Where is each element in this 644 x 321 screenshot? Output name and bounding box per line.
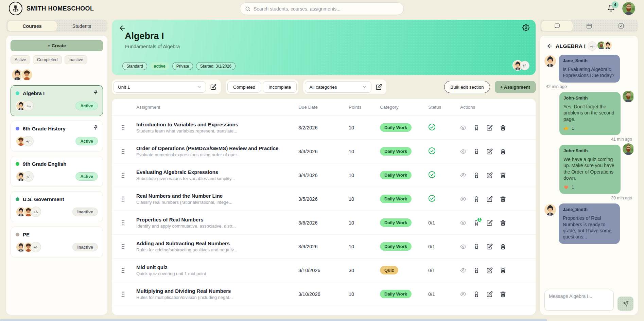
view-icon[interactable] xyxy=(460,125,466,131)
course-card-algebra-i[interactable]: Algebra I+/-Active xyxy=(11,85,103,116)
category-badge: Daily Work xyxy=(380,123,412,132)
drag-handle-icon[interactable] xyxy=(121,220,125,226)
tab-students[interactable]: Students xyxy=(57,21,106,31)
delete-icon[interactable] xyxy=(500,196,506,202)
add-remove-students-button[interactable]: +/- xyxy=(23,136,34,146)
global-search[interactable] xyxy=(240,2,404,15)
filter-chip-completed[interactable]: Completed xyxy=(33,55,62,64)
edit-icon[interactable] xyxy=(487,267,493,273)
grade-icon[interactable] xyxy=(473,172,480,178)
course-card-u-s-government[interactable]: U.S. Government+/-Inactive xyxy=(11,191,103,222)
edit-unit-button[interactable] xyxy=(208,81,219,93)
assignment-title[interactable]: Evaluating Algebraic Expressions xyxy=(136,169,298,175)
send-button[interactable] xyxy=(617,297,633,311)
add-remove-students-button[interactable]: +/- xyxy=(31,242,41,252)
assignment-title[interactable]: Real Numbers and the Number Line xyxy=(136,193,298,199)
message-reaction[interactable]: 1 xyxy=(563,125,616,131)
app-title: SMITH HOMESCHOOL xyxy=(27,5,94,12)
user-avatar[interactable] xyxy=(622,2,635,15)
edit-icon[interactable] xyxy=(487,244,493,250)
assignment-title[interactable]: Adding and Subtracting Real Numbers xyxy=(136,240,298,246)
assignment-title[interactable]: Mid unit quiz xyxy=(136,264,298,270)
pin-icon[interactable] xyxy=(93,125,99,130)
edit-icon[interactable] xyxy=(487,172,493,178)
horizontal-scrollbar[interactable] xyxy=(0,319,547,321)
tab-calendar[interactable] xyxy=(573,21,605,31)
delete-icon[interactable] xyxy=(500,220,506,226)
bulk-edit-button[interactable]: Bulk edit section xyxy=(444,81,490,93)
message-input[interactable] xyxy=(544,290,614,311)
category-select[interactable]: All categories xyxy=(305,81,371,93)
grade-icon[interactable] xyxy=(473,196,480,202)
course-color-dot xyxy=(16,197,19,201)
edit-icon[interactable] xyxy=(487,196,493,202)
message-bubble: Jane_SmithProperties of Real Numbers is … xyxy=(559,203,620,244)
unit-select[interactable]: Unit 1 xyxy=(114,81,206,93)
filter-chip-inactive[interactable]: Inactive xyxy=(65,55,87,64)
send-icon xyxy=(623,301,629,307)
assignment-title[interactable]: Introduction to Variables and Expression… xyxy=(136,122,298,127)
add-remove-members-button[interactable]: +/- xyxy=(520,61,529,70)
message-reaction[interactable]: 1 xyxy=(563,184,616,190)
grade-icon[interactable] xyxy=(473,125,480,131)
view-icon[interactable] xyxy=(460,196,466,202)
grade-icon[interactable] xyxy=(473,148,480,155)
create-button[interactable]: + Create xyxy=(11,40,103,51)
view-icon[interactable] xyxy=(460,267,466,273)
points: 10 xyxy=(349,220,380,226)
tab-courses[interactable]: Courses xyxy=(7,21,57,31)
course-card-6th-grade-history[interactable]: 6th Grade History+/-Active xyxy=(11,121,103,151)
delete-icon[interactable] xyxy=(500,291,506,297)
grade-icon[interactable] xyxy=(473,244,480,250)
view-icon[interactable] xyxy=(460,148,466,155)
drag-handle-icon[interactable] xyxy=(121,196,125,202)
delete-icon[interactable] xyxy=(500,148,506,155)
edit-icon[interactable] xyxy=(487,125,493,131)
add-remove-students-button[interactable]: +/- xyxy=(31,207,41,217)
assignment-title[interactable]: Order of Operations (PEMDAS/GEMS) Review… xyxy=(136,145,298,151)
notifications-button[interactable]: 4 xyxy=(607,4,615,13)
drag-handle-icon[interactable] xyxy=(121,172,125,178)
assignment-title[interactable]: Multiplying and Dividing Real Numbers xyxy=(136,288,298,294)
drag-handle-icon[interactable] xyxy=(121,244,125,250)
edit-icon[interactable] xyxy=(487,148,493,155)
tab-tasks[interactable] xyxy=(605,21,637,31)
view-icon[interactable] xyxy=(460,220,466,226)
add-remove-members-button[interactable]: +/- xyxy=(588,41,597,51)
edit-categories-button[interactable] xyxy=(373,81,385,93)
drag-handle-icon[interactable] xyxy=(121,267,125,273)
course-badges: StandardactivePrivateStarted: 3/1/2026 xyxy=(122,62,236,70)
back-icon[interactable] xyxy=(546,43,553,49)
delete-icon[interactable] xyxy=(500,267,506,273)
delete-icon[interactable] xyxy=(500,244,506,250)
assignment-description: Classify real numbers (rational/irration… xyxy=(136,200,298,205)
view-icon[interactable] xyxy=(460,291,466,297)
add-remove-students-button[interactable]: +/- xyxy=(23,101,34,111)
add-assignment-button[interactable]: + Assignment xyxy=(495,81,536,93)
view-icon[interactable] xyxy=(460,244,466,250)
drag-handle-icon[interactable] xyxy=(121,291,125,297)
delete-icon[interactable] xyxy=(500,172,506,178)
assignment-title[interactable]: Properties of Real Numbers xyxy=(136,217,298,222)
delete-icon[interactable] xyxy=(500,125,506,131)
course-card-9th-grade-english[interactable]: 9th Grade English+/-Active xyxy=(11,156,103,187)
drag-handle-icon[interactable] xyxy=(121,148,125,155)
add-remove-students-button[interactable]: +/- xyxy=(23,171,34,182)
grade-icon[interactable] xyxy=(473,291,480,297)
reaction-count: 1 xyxy=(572,184,574,190)
course-card-pe[interactable]: PE+/-Inactive xyxy=(11,227,103,257)
due-date: 3/6/2026 xyxy=(298,220,349,226)
gear-icon[interactable] xyxy=(522,24,529,31)
filter-chip-active[interactable]: Active xyxy=(11,55,30,64)
search-input[interactable] xyxy=(254,6,399,12)
pin-icon[interactable] xyxy=(93,89,99,95)
edit-icon[interactable] xyxy=(487,291,493,297)
view-icon[interactable] xyxy=(460,172,466,178)
drag-handle-icon[interactable] xyxy=(121,125,125,131)
grade-icon[interactable] xyxy=(473,267,480,273)
edit-icon[interactable] xyxy=(487,220,493,226)
tab-chat[interactable] xyxy=(541,21,573,31)
grade-icon[interactable]: 1 xyxy=(473,220,480,226)
filter-incomplete-button[interactable]: Incomplete xyxy=(263,81,297,93)
filter-completed-button[interactable]: Completed xyxy=(227,81,261,93)
